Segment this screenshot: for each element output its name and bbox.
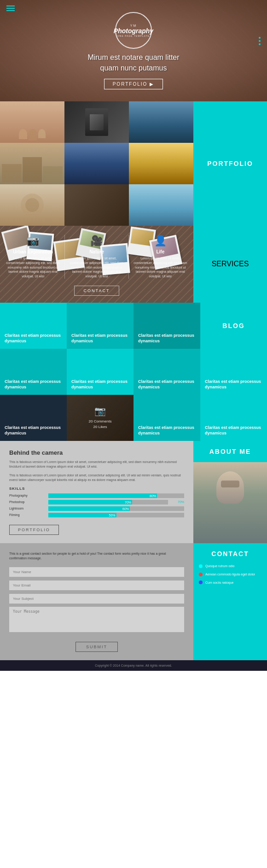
contact-info-text-2: Aenean commodo ligula eget dolor: [205, 572, 255, 577]
play-icon: ▶: [150, 82, 154, 87]
contact-section-title: CONTACT: [211, 550, 249, 557]
skill-pct-lightroom: 60%: [122, 507, 129, 510]
blog-section: Claritas est etiam processus dynamicus C…: [0, 303, 267, 441]
portfolio-photo-1[interactable]: [0, 101, 64, 143]
contact-dot-3: [199, 581, 203, 584]
about-section-title: ABOUT ME: [209, 448, 251, 455]
blog-cell-5[interactable]: Claritas est etiam processus dynamicus: [0, 349, 67, 395]
services-content: 📷 Urban Exploration Lorem ipsum dolor si…: [0, 226, 193, 303]
logo: YM Photography One Page Template: [115, 12, 152, 49]
skill-bar-fill-photography: 80%: [48, 493, 157, 498]
blog-cell-9[interactable]: Claritas est etiam processus dynamicus: [0, 395, 67, 441]
skill-row-filming: Filming 50%: [9, 513, 184, 517]
about-title: Behind the camera: [9, 449, 184, 456]
service-life-desc: Lorem ipsum dolor sit amet, consectetuer…: [132, 256, 189, 279]
footer: Copyright © 2014 Company name. All right…: [0, 660, 267, 671]
portfolio-hero-button[interactable]: PORTFOLIO ▶: [104, 79, 163, 89]
service-nature: 🎥 Nature Lorem ipsum dolor sit amet, con…: [68, 235, 125, 279]
portfolio-hero-label: PORTFOLIO: [113, 82, 148, 87]
blog-cell-11-text: Claritas est etiam processus dynamicus: [138, 425, 196, 436]
about-text-1: This is fabolous version of Lorem ipsum …: [9, 460, 184, 469]
contact-dot-1: [199, 564, 203, 568]
portfolio-photo-7[interactable]: [0, 184, 64, 226]
portfolio-photo-8[interactable]: [64, 184, 129, 226]
blog-photo-content: 📷 20 Comments 20 Likes: [89, 405, 112, 431]
skill-bar-fill-photoshop: 70%: [48, 500, 132, 504]
contact-subject-input[interactable]: [9, 594, 184, 604]
service-nature-desc: Lorem ipsum dolor sit amet, consectetuer…: [68, 256, 125, 279]
portfolio-photo-6[interactable]: [129, 143, 193, 184]
video-icon: 🎥: [68, 235, 125, 247]
blog-cell-5-text: Claritas est etiam processus dynamicus: [5, 379, 62, 390]
portfolio-photo-5[interactable]: [64, 143, 129, 184]
about-portfolio-button[interactable]: PORTFOLIO: [9, 525, 59, 535]
contact-name-input[interactable]: [9, 567, 184, 577]
service-life-title: Life: [132, 249, 189, 254]
skill-bar-bg-photography: 80%: [48, 493, 184, 498]
service-urban: 📷 Urban Exploration Lorem ipsum dolor si…: [5, 235, 61, 279]
dots-menu[interactable]: [259, 37, 261, 45]
submit-btn-wrapper: SUBMIT: [9, 642, 184, 652]
blog-cell-11[interactable]: Claritas est etiam processus dynamicus: [134, 395, 200, 441]
blog-title: BLOG: [222, 322, 244, 329]
blog-cell-8[interactable]: Claritas est etiam processus dynamicus: [200, 349, 267, 395]
hero-tagline: Mirum est notare quam litterquam nunc pu…: [87, 53, 179, 73]
contact-info-1: Quisque rutrum odio: [199, 564, 234, 569]
hero-section: YM Photography One Page Template Mirum e…: [0, 0, 267, 101]
blog-cell-9-text: Claritas est etiam processus dynamicus: [5, 425, 62, 436]
about-label: ABOUT ME: [193, 441, 267, 543]
blog-cell-3[interactable]: Claritas est etiam processus dynamicus: [134, 303, 200, 349]
portfolio-grid: [0, 101, 193, 226]
services-label: SERVICES: [193, 226, 267, 303]
services-background: 📷 Urban Exploration Lorem ipsum dolor si…: [0, 226, 193, 303]
blog-photo-cell[interactable]: 📷 20 Comments 20 Likes: [67, 395, 134, 441]
camera-icon: 📷: [5, 235, 61, 247]
blog-cell-12-text: Claritas est etiam processus dynamicus: [205, 425, 262, 436]
skill-row-photography: Photography 80%: [9, 493, 184, 498]
blog-comments: 20 Comments: [89, 419, 112, 423]
skill-row-lightroom: Lightroom 60%: [9, 506, 184, 511]
skill-bar-bg-lightroom: 60%: [48, 506, 184, 511]
blog-cell-6[interactable]: Claritas est etiam processus dynamicus: [67, 349, 134, 395]
blog-cell-12[interactable]: Claritas est etiam processus dynamicus: [200, 395, 267, 441]
submit-button[interactable]: SUBMIT: [75, 642, 118, 652]
blog-cell-1[interactable]: Claritas est etiam processus dynamicus: [0, 303, 67, 349]
skill-name-filming: Filming: [9, 513, 46, 516]
contact-info-text-1: Quisque rutrum odio: [205, 564, 234, 569]
blog-cell-7[interactable]: Claritas est etiam processus dynamicus: [134, 349, 200, 395]
services-title: SERVICES: [212, 260, 249, 268]
contact-message-input[interactable]: [9, 607, 184, 632]
hamburger-menu[interactable]: [6, 6, 15, 11]
portfolio-photo-3[interactable]: [129, 101, 193, 143]
hero-content: YM Photography One Page Template Mirum e…: [87, 12, 179, 89]
contact-intro: This is a great contact section for peop…: [9, 551, 184, 561]
blog-cell-2-text: Claritas est etiam processus dynamicus: [71, 333, 129, 344]
contact-button[interactable]: CONTACT: [74, 286, 120, 296]
logo-subtitle: One Page Template: [117, 35, 150, 37]
services-items: 📷 Urban Exploration Lorem ipsum dolor si…: [5, 235, 189, 279]
skill-bar-fill-lightroom: 60%: [48, 506, 130, 511]
blog-cell-7-text: Claritas est etiam processus dynamicus: [138, 379, 196, 390]
contact-email-input[interactable]: [9, 581, 184, 590]
service-urban-desc: Lorem ipsum dolor sit amet, consectetuer…: [5, 256, 61, 279]
portfolio-photo-9[interactable]: [129, 184, 193, 226]
logo-main: Photography: [114, 27, 153, 35]
person-icon: 👤: [132, 235, 189, 247]
blog-cell-8-text: Claritas est etiam processus dynamicus: [205, 379, 262, 390]
blog-cell-2[interactable]: Claritas est etiam processus dynamicus: [67, 303, 134, 349]
portfolio-photo-2[interactable]: [64, 101, 129, 143]
contact-section: This is a great contact section for peop…: [0, 543, 267, 660]
service-nature-title: Nature: [68, 249, 125, 254]
blog-stats: 20 Comments 20 Likes: [89, 419, 112, 431]
about-content: Behind the camera This is fabolous versi…: [0, 441, 193, 543]
blog-likes: 20 Likes: [93, 425, 107, 429]
skill-bar-fill-filming: 50%: [48, 513, 116, 517]
blog-label-cell: BLOG: [200, 303, 267, 349]
about-section: Behind the camera This is fabolous versi…: [0, 441, 267, 543]
skills-label: SKILLS: [9, 487, 184, 491]
portfolio-title: PORTFOLIO: [207, 160, 253, 167]
skill-bar-bg-filming: 50%: [48, 513, 184, 517]
portfolio-photo-4[interactable]: [0, 143, 64, 184]
skill-pct-filming: 50%: [109, 513, 115, 516]
about-text-2: This is fabolous version of Lorem ipsum …: [9, 473, 184, 483]
